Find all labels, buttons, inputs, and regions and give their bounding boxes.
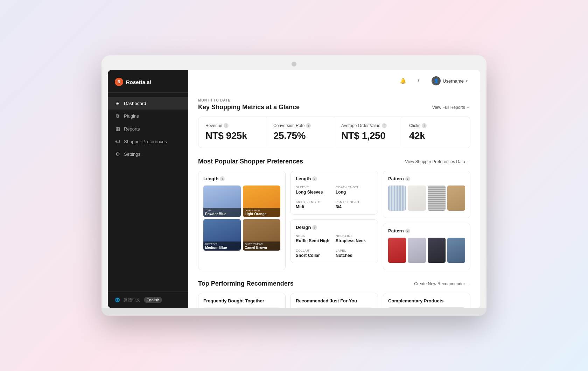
lang-traditional-chinese[interactable]: 繁體中文: [124, 297, 140, 303]
reports-icon: ▦: [115, 126, 120, 132]
topbar: 🔔 i 👤 Username ▾: [188, 70, 480, 92]
aov-info-icon[interactable]: i: [382, 123, 387, 128]
length-card-title: Length i: [203, 176, 280, 181]
recommender-complementary-preview: [388, 307, 465, 308]
metric-revenue: Revenue i NT$ 925k: [198, 117, 266, 148]
metric-clicks: Clicks i 42k: [402, 117, 470, 148]
sidebar-item-label: Settings: [124, 152, 140, 157]
design-design-fields: NECK Ruffle Semi High NECKLINE Strapless…: [296, 234, 373, 258]
length-images: TOP Powder Blue ONE-PIECE Light Orange: [203, 186, 280, 251]
clicks-info-icon[interactable]: i: [422, 123, 427, 128]
recommender-frequently-bought-title: Frequently Bought Together: [203, 298, 280, 303]
page-content: MONTH TO DATE Key Shopping Metrics at a …: [188, 92, 480, 308]
recommenders-title: Top Performing Recommenders: [198, 280, 294, 287]
metric-clicks-label: Clicks i: [409, 123, 463, 128]
length-card: Length i TOP Powder Blue: [198, 171, 286, 270]
help-button[interactable]: i: [413, 76, 423, 86]
pattern-2-img-3: [428, 238, 446, 263]
design-design-card: Design i NECK Ruffle Semi High: [290, 219, 378, 263]
metric-conversion-label: Conversion Rate i: [273, 123, 327, 128]
sidebar-item-settings[interactable]: ⚙ Settings: [108, 148, 188, 160]
notification-bell[interactable]: 🔔: [398, 76, 408, 86]
pattern-1-images: [388, 186, 465, 211]
pattern-1-info-icon[interactable]: i: [405, 176, 410, 181]
lapel-field: LAPEL Notched: [336, 249, 373, 258]
metrics-title: Key Shopping Metrics at a Glance: [198, 104, 300, 111]
app-name: Rosetta.ai: [126, 79, 151, 85]
globe-icon: 🌐: [115, 298, 120, 302]
laptop-base: [102, 308, 486, 316]
pattern-2-info-icon[interactable]: i: [405, 229, 410, 233]
design-length-card: Length i SLEEVE Long Sleeves CO: [290, 171, 378, 215]
pant-length-field: PANT-LENGTH 3/4: [336, 200, 373, 209]
pattern-column: Pattern i: [383, 171, 470, 270]
sidebar-item-plugins[interactable]: ⧉ Plugins: [108, 110, 188, 122]
chevron-down-icon: ▾: [466, 79, 468, 83]
rec-items: [218, 307, 265, 308]
sidebar-item-label: Reports: [124, 126, 140, 132]
sidebar: R Rosetta.ai ⊞ Dashboard ⧉ Plugins ▦ Rep…: [108, 70, 188, 308]
design-length-fields: SLEEVE Long Sleeves COAT-LENGTH Long SKI…: [296, 186, 373, 209]
recommender-just-for-you-preview: Recommended For You: [296, 307, 373, 308]
view-full-reports-link[interactable]: View Full Reports →: [432, 105, 470, 110]
sidebar-item-label: Plugins: [124, 113, 139, 119]
recommender-complementary: Complementary Products: [383, 293, 470, 308]
metrics-tag: MONTH TO DATE: [198, 98, 470, 102]
sidebar-item-reports[interactable]: ▦ Reports: [108, 122, 188, 135]
design-design-info-icon[interactable]: i: [312, 225, 317, 230]
neck-field: NECK Ruffle Semi High: [296, 234, 333, 243]
pattern-1-img-2: [408, 186, 426, 211]
sidebar-item-shopper-preferences[interactable]: 🏷 Shopper Preferences: [108, 135, 188, 148]
pattern-2-images: [388, 238, 465, 263]
shopper-prefs-icon: 🏷: [115, 139, 120, 144]
design-length-info-icon[interactable]: i: [312, 176, 317, 181]
sidebar-footer: 🌐 繁體中文 English: [108, 292, 188, 308]
metric-aov: Average Order Value i NT$ 1,250: [334, 117, 402, 148]
conversion-info-icon[interactable]: i: [306, 123, 311, 128]
coat-length-field: COAT-LENGTH Long: [336, 186, 373, 195]
length-item-onepiece: ONE-PIECE Light Orange: [243, 186, 280, 217]
length-item-onepiece-label: ONE-PIECE Light Orange: [243, 208, 280, 217]
pattern-2-img-1: [388, 238, 406, 263]
user-avatar: 👤: [432, 76, 441, 85]
shopper-prefs-header: Most Popular Shopper Preferences View Sh…: [198, 158, 470, 165]
lang-english[interactable]: English: [144, 297, 162, 303]
pattern-2-title: Pattern i: [388, 228, 465, 233]
username: Username: [443, 78, 464, 84]
metric-conversion: Conversion Rate i 25.75%: [266, 117, 334, 148]
length-item-top: TOP Powder Blue: [203, 186, 241, 217]
recommender-just-for-you: Recommended Just For You Recommended For…: [290, 293, 378, 308]
pattern-card-2: Pattern i: [383, 223, 470, 270]
length-item-bottom-label: BOTTOM Medium Blue: [203, 241, 241, 251]
sidebar-nav: ⊞ Dashboard ⧉ Plugins ▦ Reports 🏷 Shoppe…: [108, 93, 188, 292]
metric-aov-label: Average Order Value i: [341, 123, 395, 128]
pattern-1-img-4: [447, 186, 465, 211]
length-info-icon[interactable]: i: [220, 176, 225, 181]
pattern-1-img-1: [388, 186, 406, 211]
neckline-field: NECKLINE Strapless Neck: [336, 234, 373, 243]
create-recommender-link[interactable]: Create New Recommender →: [414, 281, 470, 286]
metrics-section: MONTH TO DATE Key Shopping Metrics at a …: [198, 98, 470, 148]
recommenders-grid: Frequently Bought Together: [198, 293, 470, 308]
length-item-bottom: BOTTOM Medium Blue: [203, 219, 241, 251]
sidebar-item-label: Dashboard: [124, 101, 146, 106]
user-menu[interactable]: 👤 Username ▾: [429, 75, 470, 87]
length-item-top-label: TOP Powder Blue: [203, 208, 241, 217]
pattern-card-1: Pattern i: [383, 171, 470, 218]
metric-revenue-label: Revenue i: [205, 123, 259, 128]
pattern-2-img-2: [408, 238, 426, 263]
view-shopper-prefs-link[interactable]: View Shopper Preferences Data →: [405, 159, 470, 164]
sidebar-item-label: Shopper Preferences: [124, 139, 167, 144]
metric-aov-value: NT$ 1,250: [341, 130, 395, 141]
revenue-info-icon[interactable]: i: [224, 123, 229, 128]
collar-field: COLLAR Short Collar: [296, 249, 333, 258]
skirt-length-field: SKIRT-LENGTH Midi: [296, 200, 333, 209]
length-item-outerwear-label: OUTERWEAR Camel Brown: [243, 241, 280, 251]
settings-icon: ⚙: [115, 151, 120, 157]
metric-conversion-value: 25.75%: [273, 130, 327, 141]
shopper-prefs-title: Most Popular Shopper Preferences: [198, 158, 303, 165]
sidebar-item-dashboard[interactable]: ⊞ Dashboard: [108, 97, 188, 110]
design-design-title: Design i: [296, 225, 373, 230]
logo-icon: R: [115, 78, 123, 86]
metric-clicks-value: 42k: [409, 130, 463, 141]
